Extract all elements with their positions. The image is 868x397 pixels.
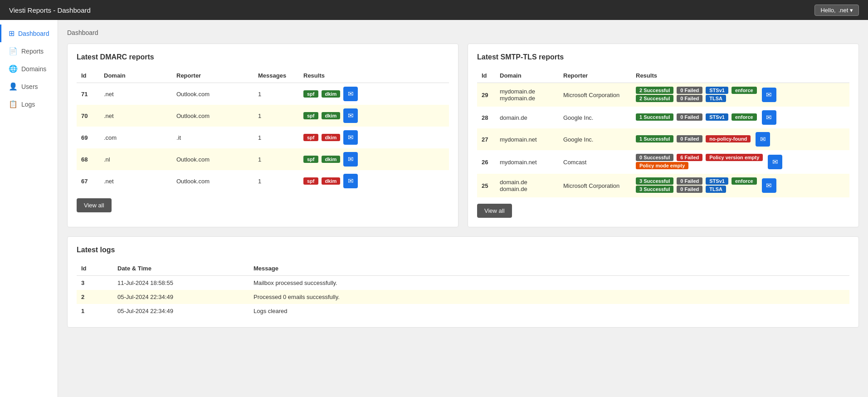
dmarc-domain: .net — [99, 170, 172, 192]
dmarc-col-id: Id — [77, 69, 99, 83]
cards-row: Latest DMARC reports Id Domain Reporter … — [67, 44, 859, 227]
dmarc-view-button[interactable]: ✉ — [343, 152, 358, 167]
sidebar-item-reports[interactable]: 📄 Reports — [0, 42, 58, 60]
sidebar-item-logs[interactable]: 📋 Logs — [0, 95, 58, 113]
log-datetime: 11-Jul-2024 18:58:55 — [113, 276, 249, 290]
smtp-title: Latest SMTP-TLS reports — [477, 53, 849, 61]
table-row: 26 mydomain.net Comcast 0 Successful6 Fa… — [477, 150, 849, 174]
logs-col-id: Id — [77, 261, 113, 276]
log-id: 3 — [77, 276, 113, 290]
smtp-reporter: Microsoft Corporation — [559, 174, 631, 197]
smtp-results: 0 Successful6 FailedPolicy version empty… — [631, 150, 849, 174]
main-content: Dashboard Latest DMARC reports Id Domain… — [58, 20, 868, 397]
table-row: 68 .nl Outlook.com 1 spfdkim ✉ — [77, 148, 449, 170]
smtp-id: 25 — [477, 174, 495, 197]
smtp-view-button[interactable]: ✉ — [768, 155, 782, 169]
dmarc-view-button[interactable]: ✉ — [343, 130, 358, 145]
dmarc-view-all-button[interactable]: View all — [77, 198, 112, 212]
logs-col-datetime: Date & Time — [113, 261, 249, 276]
table-row: 70 .net Outlook.com 1 spfdkim ✉ — [77, 105, 449, 127]
dmarc-messages: 1 — [254, 127, 299, 148]
smtp-badge: 2 Successful — [636, 87, 673, 94]
smtp-view-button[interactable]: ✉ — [756, 132, 770, 147]
dmarc-messages: 1 — [254, 105, 299, 127]
breadcrumb: Dashboard — [67, 29, 859, 36]
dmarc-view-button[interactable]: ✉ — [343, 174, 358, 188]
smtp-badge: no-policy-found — [706, 135, 751, 142]
smtp-col-id: Id — [477, 69, 495, 83]
spf-badge: spf — [303, 156, 318, 163]
smtp-domain: mydomain.net — [495, 128, 559, 150]
smtp-badge: enforce — [731, 87, 757, 94]
table-row: 3 11-Jul-2024 18:58:55 Mailbox processed… — [77, 276, 849, 290]
dmarc-id: 71 — [77, 83, 99, 105]
smtp-reporter: Microsoft Corporation — [559, 83, 631, 107]
logs-table: Id Date & Time Message 3 11-Jul-2024 18:… — [77, 261, 849, 318]
table-row: 69 .com .it 1 spfdkim ✉ — [77, 127, 449, 148]
smtp-badge: STSv1 — [706, 87, 728, 94]
dkim-badge: dkim — [322, 112, 341, 119]
spf-badge: spf — [303, 112, 318, 119]
sidebar-item-users[interactable]: 👤 Users — [0, 78, 58, 95]
dmarc-reporter: Outlook.com — [172, 105, 254, 127]
dkim-badge: dkim — [322, 134, 341, 141]
dmarc-id: 69 — [77, 127, 99, 148]
logs-card: Latest logs Id Date & Time Message 3 11-… — [67, 236, 859, 328]
smtp-col-domain: Domain — [495, 69, 559, 83]
user-menu[interactable]: Hello, .net ▾ — [814, 5, 859, 16]
smtp-view-all-button[interactable]: View all — [477, 204, 512, 218]
smtp-badge: 0 Failed — [677, 177, 702, 185]
smtp-badge: Policy mode empty — [636, 162, 688, 169]
dmarc-messages: 1 — [254, 170, 299, 192]
table-row: 67 .net Outlook.com 1 spfdkim ✉ — [77, 170, 449, 192]
app-title: Viesti Reports - Dashboard — [9, 6, 91, 14]
spf-badge: spf — [303, 177, 318, 185]
smtp-domain: domain.de — [495, 107, 559, 128]
smtp-id: 26 — [477, 150, 495, 174]
table-row: 28 domain.de Google Inc. 1 Successful0 F… — [477, 107, 849, 128]
dmarc-results: spfdkim ✉ — [299, 148, 449, 170]
sidebar-label-reports: Reports — [21, 48, 44, 55]
sidebar-item-dashboard[interactable]: ⊞ Dashboard — [0, 25, 58, 42]
log-message: Mailbox processed successfully. — [249, 276, 849, 290]
smtp-badge: TLSA — [706, 186, 726, 193]
smtp-domain-line: domain.de — [500, 179, 554, 186]
smtp-view-button[interactable]: ✉ — [762, 88, 776, 102]
smtp-badge: 0 Failed — [677, 95, 702, 102]
smtp-view-button[interactable]: ✉ — [762, 178, 776, 193]
dkim-badge: dkim — [322, 156, 341, 163]
table-row: 27 mydomain.net Google Inc. 1 Successful… — [477, 128, 849, 150]
dmarc-results: spfdkim ✉ — [299, 127, 449, 148]
dmarc-domain: .net — [99, 105, 172, 127]
smtp-domain-line: domain.de — [500, 114, 554, 121]
sidebar: ⊞ Dashboard 📄 Reports 🌐 Domains 👤 Users … — [0, 20, 58, 397]
dmarc-id: 67 — [77, 170, 99, 192]
smtp-view-button[interactable]: ✉ — [762, 110, 776, 125]
smtp-domain: domain.dedomain.de — [495, 174, 559, 197]
dmarc-view-button[interactable]: ✉ — [343, 108, 358, 123]
user-name: .net ▾ — [839, 7, 853, 14]
smtp-badge: 0 Failed — [677, 113, 702, 121]
smtp-badge: enforce — [731, 177, 757, 185]
smtp-results: 3 Successful0 FailedSTSv1enforce3 Succes… — [631, 174, 849, 197]
dmarc-view-button[interactable]: ✉ — [343, 87, 358, 101]
smtp-badge: 6 Failed — [677, 154, 702, 161]
smtp-card: Latest SMTP-TLS reports Id Domain Report… — [468, 44, 859, 227]
smtp-badge: 1 Successful — [636, 113, 673, 121]
smtp-badge: 2 Successful — [636, 95, 673, 102]
user-hello: Hello, — [820, 7, 835, 14]
sidebar-label-logs: Logs — [21, 101, 35, 108]
dmarc-col-results: Results — [299, 69, 449, 83]
dmarc-domain: .com — [99, 127, 172, 148]
dkim-badge: dkim — [322, 90, 341, 98]
table-row: 71 .net Outlook.com 1 spfdkim ✉ — [77, 83, 449, 105]
sidebar-item-domains[interactable]: 🌐 Domains — [0, 60, 58, 78]
log-id: 1 — [77, 304, 113, 318]
smtp-badge: 0 Failed — [677, 135, 702, 142]
logs-title: Latest logs — [77, 246, 849, 254]
dmarc-domain: .nl — [99, 148, 172, 170]
smtp-col-reporter: Reporter — [559, 69, 631, 83]
layout: ⊞ Dashboard 📄 Reports 🌐 Domains 👤 Users … — [0, 20, 868, 397]
logs-icon: 📋 — [9, 100, 18, 108]
smtp-domain-line: mydomain.net — [500, 136, 554, 143]
